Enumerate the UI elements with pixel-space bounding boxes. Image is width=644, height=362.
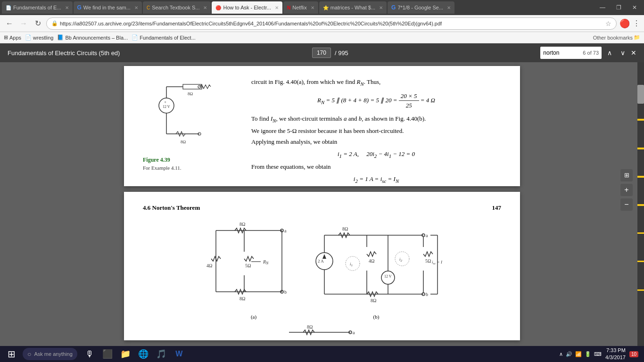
fit-page-button[interactable]: ⊞ <box>620 169 633 181</box>
refresh-button[interactable]: ↻ <box>32 18 43 29</box>
bookmark-announcements[interactable]: 📘 Bb Announcements – Bla... <box>57 34 128 41</box>
pdf-close-search-button[interactable]: ✕ <box>631 49 636 57</box>
maximize-button[interactable]: ❐ <box>611 3 626 12</box>
tab-icon-search-textbook: C <box>147 5 150 10</box>
annotation-mark-7[interactable] <box>637 261 644 262</box>
start-button[interactable]: ⊞ <box>2 347 21 361</box>
formula-result: i2 = 1 A = isc = IN <box>251 174 501 185</box>
tab-matrices[interactable]: ⭐ matrices - What $... ✕ <box>319 1 387 14</box>
address-box[interactable]: 🔒 https://ia802507.us.archive.org/23/ite… <box>46 17 617 30</box>
svg-text:5Ω: 5Ω <box>425 258 431 263</box>
tab-wefind[interactable]: G We find in the sam... ✕ <box>74 1 142 14</box>
bookmark-star-icon[interactable]: ☆ <box>605 20 611 27</box>
taskbar-network-icon[interactable]: 📶 <box>575 351 582 357</box>
circuit-svg-b: 2 A 8Ω a i1 4Ω <box>310 216 442 311</box>
bookmark-fundamentals[interactable]: 📄 Fundamentals of Elect... <box>132 34 196 41</box>
svg-text:12 V: 12 V <box>163 105 170 109</box>
svg-text:+: + <box>294 339 296 341</box>
menu-icon[interactable]: ⋮ <box>633 19 640 28</box>
zoom-out-button[interactable]: − <box>620 198 633 211</box>
svg-text:a: a <box>426 233 428 238</box>
tab-close-google-search[interactable]: ✕ <box>447 5 451 10</box>
pdf-page-top: + 12 V 8Ω b <box>124 66 520 186</box>
taskbar-keyboard-icon[interactable]: ⌨ <box>594 351 602 357</box>
forward-button[interactable]: → <box>18 18 29 29</box>
svg-text:a: a <box>284 228 287 233</box>
tab-close-matrices[interactable]: ✕ <box>379 5 383 10</box>
tab-close-search-textbook[interactable]: ✕ <box>203 5 207 10</box>
tab-how-to-ask[interactable]: 🔴 How to Ask - Electr... ✕ <box>212 1 282 14</box>
taskbar-chevron-icon[interactable]: ∧ <box>559 351 563 357</box>
page-section-header: 4.6 Norton's Theorem 147 <box>143 203 501 213</box>
tab-search-textbook[interactable]: C Search Textbook S... ✕ <box>143 1 211 14</box>
scroll-thumb[interactable] <box>637 85 644 104</box>
bookmark-wrestling-label: wrestling <box>33 35 53 41</box>
pdf-search-input[interactable] <box>543 49 581 56</box>
back-button[interactable]: ← <box>4 18 15 29</box>
tab-close-fundamentals[interactable]: ✕ <box>65 5 69 10</box>
figure-a-label: (a) <box>202 313 305 321</box>
extension-icon[interactable]: 🔴 <box>619 18 630 29</box>
tab-icon-netflix: N <box>287 5 290 10</box>
svg-text:4Ω: 4Ω <box>206 263 212 268</box>
pdf-search-box: 6 of 73 <box>540 47 602 59</box>
other-bookmarks[interactable]: Other bookmarks 📁 <box>593 34 640 41</box>
content-line-4: Applying mesh analysis, we obtain <box>251 137 501 147</box>
zoom-in-button[interactable]: + <box>620 184 633 196</box>
tab-netflix[interactable]: N Netflix ✕ <box>283 1 318 14</box>
svg-text:isc = IN: isc = IN <box>432 260 442 265</box>
tab-icon-matrices: ⭐ <box>323 5 329 10</box>
window-controls: — ❐ ✕ <box>595 3 642 12</box>
taskbar-chrome-button[interactable]: 🌐 <box>135 347 152 361</box>
svg-text:8Ω: 8Ω <box>307 324 313 329</box>
page-top-text: circuit in Fig. 4.40(a), from which we f… <box>251 77 501 186</box>
circuit-svg-c-partial: 8Ω a + <box>275 323 369 341</box>
svg-text:8Ω: 8Ω <box>342 226 348 231</box>
address-text: https://ia802507.us.archive.org/23/items… <box>60 21 442 26</box>
bookmark-fundamentals-label: Fundamentals of Elect... <box>140 35 196 41</box>
formula-rn: RN = 5 ∥ (8 + 4 + 8) = 5 ∥ 20 = 20 × 5 2… <box>251 91 501 110</box>
annotation-mark-8[interactable] <box>637 289 644 291</box>
taskbar-clock[interactable]: 7:33 PM 4/3/2017 <box>605 347 626 362</box>
content-line-5: From these equations, we obtain <box>251 162 501 172</box>
svg-text:8Ω: 8Ω <box>188 91 193 96</box>
tab-fundamentals[interactable]: 📄 Fundamentals of E... ✕ <box>2 1 73 14</box>
tab-label-matrices: matrices - What $... <box>330 5 375 10</box>
bookmark-apps[interactable]: ⊞ Apps <box>4 34 21 41</box>
annotation-mark-4[interactable] <box>637 176 644 178</box>
taskbar-apps: 🎙 ⬛ 📁 🌐 🎵 W <box>81 347 188 361</box>
pdf-page-info: / 995 <box>312 48 348 58</box>
bookmark-wrestling[interactable]: 📄 wrestling <box>25 34 53 41</box>
apps-icon: ⊞ <box>4 34 8 41</box>
taskbar-battery-icon[interactable]: 🔋 <box>585 351 591 357</box>
taskbar-music-button[interactable]: 🎵 <box>153 347 170 361</box>
taskbar-task-view-button[interactable]: ⬛ <box>99 347 116 361</box>
pdf-search-area: 6 of 73 ∧ ∨ ✕ <box>540 47 636 59</box>
svg-text:i2: i2 <box>399 257 403 263</box>
figure-c-partial: 8Ω a + <box>143 323 501 341</box>
minimize-button[interactable]: — <box>595 3 610 12</box>
taskbar-word-button[interactable]: W <box>171 347 188 361</box>
taskbar-explorer-button[interactable]: 📁 <box>117 347 134 361</box>
section-label: 4.6 Norton's Theorem <box>143 203 200 213</box>
annotation-mark-5[interactable] <box>637 204 644 206</box>
taskbar-search-box[interactable]: ○ Ask me anything <box>23 348 77 360</box>
annotation-mark-6[interactable] <box>637 232 644 234</box>
close-button[interactable]: ✕ <box>627 3 642 12</box>
taskbar-notification-count[interactable]: 10 <box>629 351 638 357</box>
taskbar-speaker-icon[interactable]: 🔊 <box>566 351 572 357</box>
pdf-next-result-button[interactable]: ∨ <box>618 48 628 58</box>
tab-icon-google-search: G <box>391 4 396 11</box>
pdf-page-input[interactable] <box>312 48 331 58</box>
title-bar: 📄 Fundamentals of E... ✕ G We find in th… <box>0 0 644 15</box>
pdf-prev-result-button[interactable]: ∧ <box>604 48 615 58</box>
tab-close-netflix[interactable]: ✕ <box>311 5 314 10</box>
taskbar-mic-button[interactable]: 🎙 <box>81 347 98 361</box>
tab-google-search[interactable]: G 7*1/8 - Google Se... ✕ <box>388 1 454 14</box>
tab-close-wefind[interactable]: ✕ <box>134 5 138 10</box>
tab-label-google-search: 7*1/8 - Google Se... <box>397 5 443 10</box>
figure-left: + 12 V 8Ω b <box>143 77 237 186</box>
tab-close-how-to-ask[interactable]: ✕ <box>275 5 279 10</box>
annotation-mark-2[interactable] <box>637 119 644 121</box>
annotation-mark-3[interactable] <box>637 148 644 149</box>
